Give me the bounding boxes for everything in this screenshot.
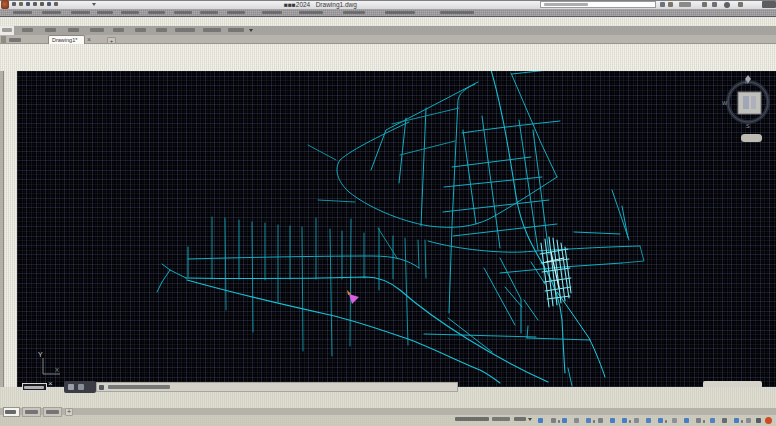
- svg-text:Y: Y: [38, 351, 43, 358]
- svg-text:W: W: [722, 100, 728, 106]
- svg-text:N: N: [745, 80, 748, 85]
- svg-text:X: X: [55, 367, 59, 373]
- svg-text:S: S: [746, 123, 750, 129]
